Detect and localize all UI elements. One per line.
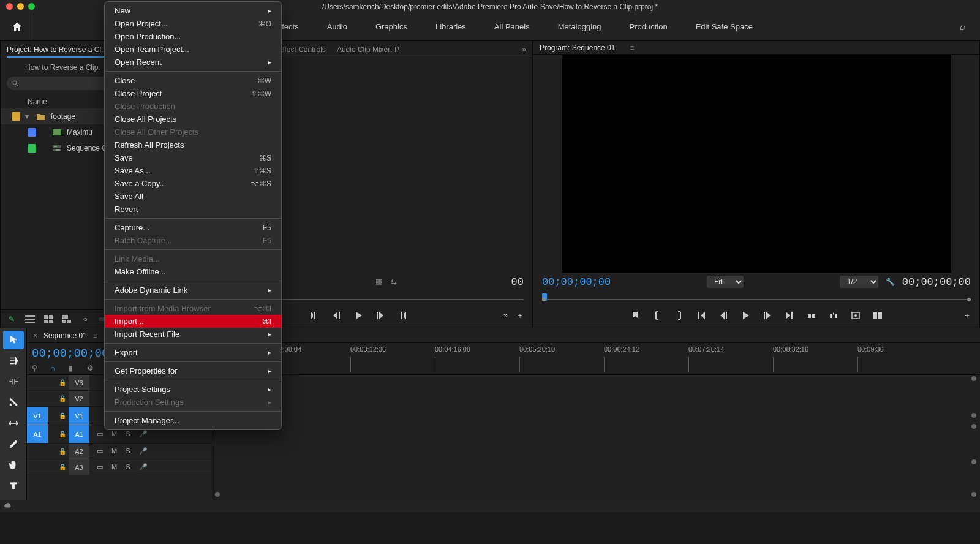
lock-icon[interactable]: 🔒	[56, 412, 69, 419]
timeline-tracks-area[interactable]	[211, 375, 980, 500]
program-tc-dur[interactable]: 00;00;00;00	[902, 276, 971, 288]
keyframe-icon[interactable]: ▭	[97, 430, 103, 438]
mark-out-icon[interactable]	[398, 311, 407, 320]
panel-menu-icon[interactable]: ≡	[630, 43, 634, 52]
effect-controls-tab[interactable]: Effect Controls	[277, 45, 325, 54]
settings-icon[interactable]: ⚙	[87, 364, 97, 374]
pen-tool[interactable]	[3, 435, 24, 453]
step-back-icon[interactable]	[718, 311, 728, 320]
razor-tool[interactable]	[3, 393, 24, 412]
voiceover-icon[interactable]: 🎤	[139, 447, 148, 455]
mute-button[interactable]: M	[111, 463, 117, 471]
workspace-tab-edit-safe-space[interactable]: Edit Safe Space	[696, 22, 753, 31]
lock-icon[interactable]: 🔒	[56, 464, 69, 470]
sequence-tab[interactable]: Sequence 01	[43, 331, 87, 340]
track-target[interactable]: A3	[69, 459, 89, 475]
lock-icon[interactable]: 🔒	[56, 395, 69, 402]
snap-icon[interactable]: ⚲	[32, 364, 42, 374]
menu-item-close-project[interactable]: Close Project⇧⌘W	[105, 87, 281, 100]
voiceover-icon[interactable]: 🎤	[139, 430, 148, 438]
program-tc-pos[interactable]: 00;00;00;00	[542, 276, 611, 288]
solo-button[interactable]: S	[126, 447, 130, 455]
add-button-icon[interactable]: ＋	[516, 311, 524, 321]
menu-item-new[interactable]: New	[105, 4, 281, 17]
panel-menu-icon[interactable]: ≡	[93, 331, 97, 340]
zoom-slider-circle[interactable]: ○	[80, 314, 90, 324]
voiceover-icon[interactable]: 🎤	[139, 463, 148, 471]
solo-button[interactable]: S	[126, 463, 130, 471]
menu-item-close[interactable]: Close⌘W	[105, 74, 281, 87]
minimize-window-dot[interactable]	[17, 3, 24, 10]
in-bracket-icon[interactable]	[652, 311, 662, 320]
out-bracket-icon[interactable]	[674, 311, 684, 320]
menu-item-save[interactable]: Save⌘S	[105, 151, 281, 164]
go-to-in-icon[interactable]	[696, 311, 706, 320]
name-column-header[interactable]: Name	[28, 97, 47, 106]
source-patch[interactable]	[27, 375, 48, 390]
menu-item-open-project[interactable]: Open Project...⌘O	[105, 17, 281, 30]
keyframe-icon[interactable]: ▭	[97, 463, 103, 471]
ripple-edit-tool[interactable]	[3, 372, 24, 391]
time-ruler[interactable]: 04;0200;02;08;0400;03;12;0600;04;16;0800…	[181, 343, 980, 374]
menu-item-open-team-project[interactable]: Open Team Project...	[105, 43, 281, 56]
program-tab[interactable]: Program: Sequence 01	[540, 43, 619, 52]
fit-select[interactable]: Fit	[707, 276, 744, 288]
menu-item-get-properties-for[interactable]: Get Properties for	[105, 365, 281, 377]
maximize-window-dot[interactable]	[28, 3, 35, 10]
track-target[interactable]: A1	[69, 425, 89, 443]
mute-button[interactable]: M	[111, 430, 117, 438]
menu-item-save-a-copy[interactable]: Save a Copy...⌥⌘S	[105, 177, 281, 190]
workspace-tab-audio[interactable]: Audio	[327, 22, 347, 31]
resolution-select[interactable]: 1/2	[840, 276, 878, 288]
keyframe-icon[interactable]: ▭	[97, 447, 103, 455]
mute-button[interactable]: M	[111, 447, 117, 455]
close-window-dot[interactable]	[6, 3, 13, 10]
lock-icon[interactable]: 🔒	[56, 431, 69, 437]
pen-icon[interactable]: ✎	[7, 314, 17, 324]
overflow-icon[interactable]: »	[522, 45, 526, 54]
workspace-tab-libraries[interactable]: Libraries	[435, 22, 466, 31]
step-back-icon[interactable]	[331, 311, 341, 320]
mark-in-icon[interactable]	[309, 311, 319, 320]
lock-icon[interactable]: 🔒	[56, 448, 69, 455]
step-fwd-icon[interactable]	[763, 311, 772, 320]
menu-item-close-all-projects[interactable]: Close All Projects	[105, 113, 281, 126]
source-patch[interactable]: A1	[27, 425, 48, 443]
menu-item-capture[interactable]: Capture...F5	[105, 221, 281, 234]
source-tc-dur[interactable]: 00	[511, 276, 524, 288]
menu-item-import[interactable]: Import...⌘I	[105, 315, 281, 328]
source-patch[interactable]	[27, 459, 48, 475]
go-to-out-icon[interactable]	[785, 311, 794, 320]
freeform-view-icon[interactable]	[62, 314, 72, 324]
audio-clip-mixer-tab[interactable]: Audio Clip Mixer: P	[337, 45, 399, 54]
icon-view-icon[interactable]	[43, 314, 53, 324]
menu-item-project-manager[interactable]: Project Manager...	[105, 414, 281, 427]
disclosure-triangle[interactable]: ▾	[25, 112, 31, 121]
solo-button[interactable]: S	[126, 430, 130, 438]
creative-cloud-icon[interactable]	[4, 501, 12, 512]
vertical-scroll[interactable]	[971, 376, 978, 488]
project-tab[interactable]: Project: How to Reverse a Cl...	[7, 45, 111, 58]
menu-item-save-as[interactable]: Save As...⇧⌘S	[105, 164, 281, 177]
selection-tool[interactable]	[3, 331, 24, 349]
extract-icon[interactable]	[829, 311, 839, 320]
workspace-tab-production[interactable]: Production	[629, 22, 667, 31]
menu-item-refresh-all-projects[interactable]: Refresh All Projects	[105, 138, 281, 151]
play-icon[interactable]	[741, 311, 750, 320]
composite-icon[interactable]: ▦	[375, 278, 382, 286]
list-view-icon[interactable]	[25, 314, 35, 324]
menu-item-save-all[interactable]: Save All	[105, 190, 281, 203]
track-target[interactable]: V1	[69, 407, 89, 425]
overflow-icon[interactable]: »	[503, 311, 508, 320]
add-button-icon[interactable]: ＋	[963, 311, 971, 321]
wrench-icon[interactable]: 🔧	[886, 278, 895, 286]
track-select-tool[interactable]	[3, 352, 24, 370]
drag-video-icon[interactable]: ⇆	[391, 278, 397, 286]
workspace-tab-graphics[interactable]: Graphics	[375, 22, 407, 31]
menu-item-project-settings[interactable]: Project Settings	[105, 383, 281, 396]
play-icon[interactable]	[353, 311, 363, 320]
export-frame-icon[interactable]	[851, 311, 861, 320]
lift-icon[interactable]	[807, 311, 816, 320]
linked-selection-icon[interactable]: ∩	[50, 364, 60, 374]
menu-item-revert[interactable]: Revert	[105, 203, 281, 216]
